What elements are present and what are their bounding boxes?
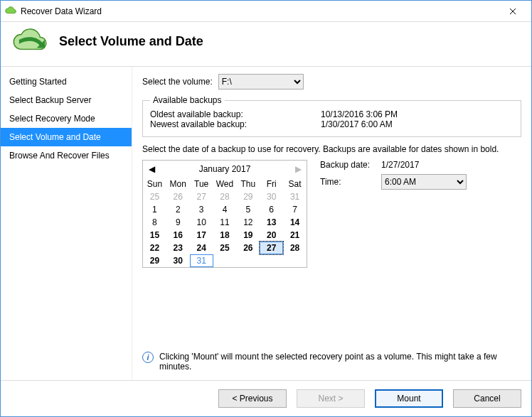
calendar-day[interactable]: 4 — [213, 203, 237, 216]
sidebar-step-4[interactable]: Browse And Recover Files — [1, 146, 132, 165]
calendar-day[interactable]: 12 — [236, 216, 260, 229]
calendar-day[interactable]: 2 — [166, 203, 190, 216]
calendar-day[interactable]: 26 — [166, 190, 190, 203]
time-select[interactable]: 6:00 AM — [381, 174, 467, 190]
calendar-dow: Sun — [143, 178, 166, 190]
wizard-steps-sidebar: Getting StartedSelect Backup ServerSelec… — [1, 67, 132, 380]
header: Select Volume and Date — [1, 22, 531, 66]
calendar-dow: Tue — [190, 178, 213, 190]
calendar-day[interactable]: 29 — [143, 254, 166, 267]
oldest-backup-value: 10/13/2016 3:06 PM — [321, 109, 398, 119]
instruction-text: Select the date of a backup to use for r… — [142, 144, 521, 154]
next-button: Next > — [297, 389, 365, 408]
calendar-day[interactable]: 30 — [260, 190, 283, 203]
calendar-day[interactable]: 6 — [260, 203, 283, 216]
newest-backup-value: 1/30/2017 6:00 AM — [321, 119, 393, 129]
cloud-restore-icon — [11, 28, 52, 55]
titlebar: Recover Data Wizard — [1, 1, 531, 22]
available-backups-legend: Available backups — [150, 95, 225, 105]
calendar-day[interactable]: 3 — [190, 203, 213, 216]
calendar[interactable]: ◀ January 2017 ▶ SunMonTueWedThuFriSat 2… — [142, 160, 307, 268]
calendar-day[interactable]: 18 — [213, 229, 237, 242]
calendar-day — [236, 254, 260, 267]
calendar-day[interactable]: 25 — [143, 190, 166, 203]
page-title: Select Volume and Date — [59, 34, 203, 49]
footer: < Previous Next > Mount Cancel — [1, 380, 531, 416]
calendar-day[interactable]: 11 — [213, 216, 237, 229]
calendar-dow: Wed — [213, 178, 237, 190]
calendar-dow: Sat — [283, 178, 307, 190]
close-icon — [509, 8, 516, 15]
backup-date-label: Backup date: — [320, 160, 381, 170]
calendar-day — [260, 254, 283, 267]
calendar-day[interactable]: 8 — [143, 216, 166, 229]
calendar-day — [283, 254, 307, 267]
calendar-day[interactable]: 9 — [166, 216, 190, 229]
calendar-day[interactable]: 21 — [283, 229, 307, 242]
mount-button[interactable]: Mount — [375, 389, 443, 408]
date-time-panel: Backup date: 1/27/2017 Time: 6:00 AM — [320, 160, 521, 268]
wizard-window: Recover Data Wizard Select Volume and Da… — [0, 0, 532, 417]
calendar-day[interactable]: 1 — [143, 203, 166, 216]
calendar-day[interactable]: 30 — [166, 254, 190, 267]
calendar-day[interactable]: 14 — [283, 216, 307, 229]
calendar-day[interactable]: 25 — [213, 242, 237, 254]
calendar-day[interactable]: 28 — [213, 190, 237, 203]
calendar-dow: Fri — [260, 178, 283, 190]
calendar-day[interactable]: 31 — [283, 190, 307, 203]
volume-select[interactable]: F:\ — [218, 74, 304, 90]
calendar-month-title: January 2017 — [199, 164, 251, 174]
info-icon: i — [142, 352, 154, 363]
volume-label: Select the volume: — [142, 77, 213, 87]
cancel-button[interactable]: Cancel — [453, 389, 521, 408]
previous-button[interactable]: < Previous — [218, 389, 287, 408]
sidebar-step-0[interactable]: Getting Started — [1, 72, 132, 91]
sidebar-step-2[interactable]: Select Recovery Mode — [1, 109, 132, 128]
mount-note-text: Clicking 'Mount' will mount the selected… — [159, 352, 521, 372]
calendar-day[interactable]: 26 — [236, 242, 260, 254]
calendar-day[interactable]: 15 — [143, 229, 166, 242]
calendar-day[interactable]: 24 — [190, 242, 213, 254]
time-label: Time: — [320, 177, 381, 187]
sidebar-step-3[interactable]: Select Volume and Date — [1, 128, 132, 146]
calendar-day[interactable]: 13 — [260, 216, 283, 229]
oldest-backup-label: Oldest available backup: — [150, 109, 321, 119]
calendar-day[interactable]: 23 — [166, 242, 190, 254]
window-title: Recover Data Wizard — [21, 6, 102, 16]
mount-note: i Clicking 'Mount' will mount the select… — [142, 346, 521, 380]
calendar-day[interactable]: 29 — [236, 190, 260, 203]
calendar-day[interactable]: 27 — [260, 242, 283, 254]
sidebar-step-1[interactable]: Select Backup Server — [1, 91, 132, 109]
app-icon — [5, 6, 16, 17]
calendar-day[interactable]: 22 — [143, 242, 166, 254]
calendar-day[interactable]: 17 — [190, 229, 213, 242]
calendar-day[interactable]: 10 — [190, 216, 213, 229]
backup-date-value: 1/27/2017 — [381, 160, 419, 170]
close-button[interactable] — [499, 1, 527, 21]
calendar-dow: Mon — [166, 178, 190, 190]
calendar-day[interactable]: 28 — [283, 242, 307, 254]
calendar-dow: Thu — [236, 178, 260, 190]
calendar-day[interactable]: 5 — [236, 203, 260, 216]
calendar-day — [213, 254, 237, 267]
available-backups-group: Available backups Oldest available backu… — [142, 95, 521, 137]
calendar-day[interactable]: 7 — [283, 203, 307, 216]
calendar-day[interactable]: 19 — [236, 229, 260, 242]
calendar-next-month[interactable]: ▶ — [291, 161, 305, 178]
calendar-day[interactable]: 31 — [190, 254, 213, 267]
calendar-day[interactable]: 16 — [166, 229, 190, 242]
calendar-day[interactable]: 27 — [190, 190, 213, 203]
main-panel: Select the volume: F:\ Available backups… — [132, 67, 531, 380]
calendar-day[interactable]: 20 — [260, 229, 283, 242]
calendar-prev-month[interactable]: ◀ — [144, 161, 159, 178]
newest-backup-label: Newest available backup: — [150, 119, 321, 129]
